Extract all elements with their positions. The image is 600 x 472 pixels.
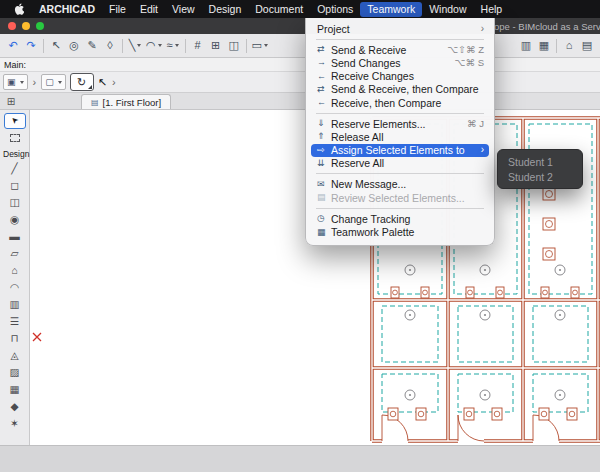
reserve-elements-icon: ⇓	[317, 119, 331, 128]
tab-label: [1. First Floor]	[103, 97, 162, 108]
panel-grid-icon: ▦	[539, 40, 549, 51]
menu-item-reserve-elements[interactable]: ⇓ Reserve Elements... ⌘ J	[311, 117, 489, 130]
favorites-dropdown[interactable]: ▢	[41, 74, 66, 90]
infobox-expander[interactable]: ›	[111, 76, 117, 88]
menu-item-assign-selected-elements-to[interactable]: ⇨ Assign Selected Elements to ›	[311, 144, 489, 157]
tool-shell[interactable]: ◠	[4, 280, 26, 296]
menubar-item-teamwork[interactable]: Teamwork	[360, 2, 422, 17]
menu-item-new-message[interactable]: ✉ New Message...	[311, 178, 489, 191]
apple-menu-icon[interactable]	[6, 3, 32, 15]
send-receive-compare-icon: ⇄	[317, 85, 331, 94]
tool-morph[interactable]: ◬	[4, 348, 26, 364]
panel-right-button[interactable]: ▤	[578, 37, 596, 55]
snap-target-button[interactable]: ◎	[65, 37, 83, 55]
menubar-item-view[interactable]: View	[165, 2, 202, 17]
tool-window[interactable]: ◫	[4, 195, 26, 211]
redo-button[interactable]: ↷	[22, 37, 40, 55]
toolbar-divider	[246, 39, 247, 53]
tool-slab[interactable]: ▱	[4, 246, 26, 262]
menu-item-receive-then-compare[interactable]: ← Receive, then Compare	[311, 96, 489, 109]
tool-zone[interactable]: ▨	[4, 365, 26, 381]
tool-beam[interactable]: ▬	[4, 229, 26, 245]
shapes-dropdown[interactable]: ▭	[250, 37, 270, 55]
tool-column[interactable]: ◉	[4, 212, 26, 228]
tool-door[interactable]: ◻	[4, 178, 26, 194]
tool-marquee[interactable]	[4, 130, 26, 146]
current-tool-dropdown[interactable]: ▣	[3, 74, 28, 90]
menubar-item-options[interactable]: Options	[310, 2, 360, 17]
minimize-window-button[interactable]	[22, 22, 30, 30]
submenu-item-student-1[interactable]: Student 1	[498, 154, 582, 169]
menu-separator	[316, 173, 484, 174]
menu-item-teamwork-palette[interactable]: ▦ Teamwork Palette	[311, 225, 489, 238]
eraser-button[interactable]: ◊	[101, 37, 119, 55]
teamwork-palette-icon: ▦	[317, 228, 331, 237]
infobox-expander[interactable]: ›	[32, 76, 38, 88]
menu-item-change-tracking[interactable]: ◷ Change Tracking	[311, 212, 489, 225]
menu-item-receive-changes[interactable]: ← Receive Changes	[311, 70, 489, 83]
menu-item-send-changes[interactable]: → Send Changes ⌥⌘ S	[311, 56, 489, 69]
menubar-item-document[interactable]: Document	[248, 2, 310, 17]
tool-mesh[interactable]: ▦	[4, 382, 26, 398]
spline-style-dropdown[interactable]: ≈	[164, 37, 182, 55]
tool-arrow[interactable]: ➤	[4, 113, 26, 129]
grid-toggle-button[interactable]: #	[189, 37, 207, 55]
chevron-down-icon	[20, 81, 24, 84]
undo-icon: ↶	[8, 40, 17, 51]
pencil-button[interactable]: ✎	[83, 37, 101, 55]
review-elements-icon: ▤	[317, 193, 331, 202]
menu-item-label: Review Selected Elements...	[331, 192, 465, 204]
menu-bar: ARCHICAD File Edit View Design Document …	[0, 0, 600, 18]
menubar-item-window[interactable]: Window	[422, 2, 473, 17]
tab-first-floor[interactable]: ▤ [1. First Floor]	[81, 94, 171, 109]
tool-lamp[interactable]: ✶	[4, 416, 26, 432]
toolbar-divider	[43, 39, 44, 53]
menubar-item-edit[interactable]: Edit	[133, 2, 165, 17]
zoom-window-button[interactable]	[36, 22, 44, 30]
submenu-arrow-icon: ›	[471, 24, 484, 34]
toolbox-layout-button[interactable]: ⊞	[3, 94, 19, 108]
arc-style-dropdown[interactable]: ◠	[144, 37, 164, 55]
snap-grid-button[interactable]: ⊞	[207, 37, 225, 55]
shapes-icon: ▭	[252, 40, 262, 51]
submenu-item-student-2[interactable]: Student 2	[498, 169, 582, 184]
menubar-item-help[interactable]: Help	[474, 2, 510, 17]
menu-item-label: Change Tracking	[331, 213, 410, 225]
arc-style-icon: ◠	[146, 40, 156, 51]
menu-item-review-selected-elements: ▤ Review Selected Elements...	[311, 191, 489, 204]
menu-item-label: Send & Receive	[331, 44, 406, 56]
submenu-item-label: Student 1	[508, 156, 553, 168]
menubar-item-design[interactable]: Design	[202, 2, 249, 17]
menu-item-release-all[interactable]: ⇑ Release All	[311, 130, 489, 143]
line-style-dropdown[interactable]: ╲	[126, 37, 144, 55]
undo-button[interactable]: ↶	[4, 37, 22, 55]
guide-lines-icon: ◫	[228, 40, 238, 51]
panel-left-button[interactable]: ▥	[517, 37, 535, 55]
reserve-all-icon: ⇊	[317, 159, 331, 168]
menu-item-label: Reserve Elements...	[331, 118, 426, 130]
arrow-tool-button[interactable]: ↖	[47, 37, 65, 55]
menu-item-send-receive-then-compare[interactable]: ⇄ Send & Receive, then Compare	[311, 83, 489, 96]
tool-curtain-wall[interactable]: ▥	[4, 297, 26, 313]
menu-item-label: Send & Receive, then Compare	[331, 83, 479, 95]
new-message-icon: ✉	[317, 180, 331, 189]
menu-item-label: New Message...	[331, 178, 406, 190]
menu-item-label: Teamwork Palette	[331, 226, 414, 238]
menubar-item-file[interactable]: File	[102, 2, 133, 17]
menu-item-send-receive[interactable]: ⇄ Send & Receive ⌥⇧⌘ Z	[311, 43, 489, 56]
tool-wall[interactable]: ╱	[4, 161, 26, 177]
tool-roof[interactable]: ⌂	[4, 263, 26, 279]
tool-stair[interactable]: ☰	[4, 314, 26, 330]
rotate-mode-button[interactable]: ↻	[70, 73, 94, 91]
guide-lines-button[interactable]: ◫	[225, 37, 243, 55]
toolbar-divider	[556, 39, 557, 53]
tool-railing[interactable]: ⊓	[4, 331, 26, 347]
menubar-item-archicad[interactable]: ARCHICAD	[32, 2, 102, 17]
menu-item-reserve-all[interactable]: ⇊ Reserve All	[311, 157, 489, 170]
menu-item-project[interactable]: Project ›	[311, 22, 489, 35]
floor-plan-tab-icon: ▤	[91, 98, 99, 107]
tool-object[interactable]: ◆	[4, 399, 26, 415]
panel-grid-button[interactable]: ▦	[535, 37, 553, 55]
home-view-button[interactable]: ⌂	[560, 37, 578, 55]
close-window-button[interactable]	[8, 22, 16, 30]
